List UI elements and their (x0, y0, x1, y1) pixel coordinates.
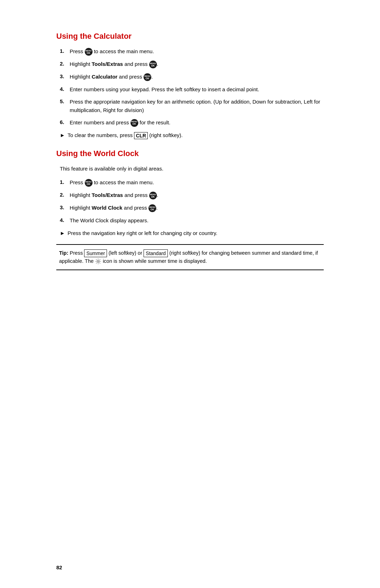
step-number-3: 3. (60, 73, 70, 81)
wc-bullet-1: ► Press the navigation key right or left… (60, 229, 324, 237)
calculator-section-title: Using the Calculator (56, 32, 324, 41)
clr-key-box: CLR (134, 132, 148, 139)
tip-text-before: Press (70, 250, 84, 256)
menu-ok-btn-calc-3: MENUOK (144, 73, 151, 81)
step-number-4: 4. (60, 85, 70, 93)
svg-line-6 (100, 263, 100, 264)
wc-step-number-2: 2. (60, 191, 70, 199)
tip-box: Tip: Press Summer (left softkey) or Stan… (56, 244, 324, 270)
step-number-1: 1. (60, 47, 70, 55)
worldclock-intro: This feature is available only in digita… (56, 165, 324, 173)
worldclock-steps-list: 1. Press MENUOK to access the main menu.… (56, 178, 324, 224)
tools-extras-bold-2: Tools/Extras (92, 192, 123, 198)
wc-step-number-1: 1. (60, 178, 70, 186)
tools-extras-bold-1: Tools/Extras (92, 61, 123, 67)
step-content-1: Press MENUOK to access the main menu. (70, 47, 324, 56)
summer-softkey-box: Summer (84, 249, 107, 257)
calculator-bold: Calculator (92, 74, 118, 80)
wc-bullets-list: ► Press the navigation key right or left… (60, 229, 324, 237)
wc-step-number-4: 4. (60, 216, 70, 224)
wc-step-3: 3. Highlight World Clock and press MENUO… (56, 204, 324, 212)
tip-text-softkey1: (left softkey) or (108, 250, 144, 256)
step-number-5: 5. (60, 98, 70, 106)
wc-step-2: 2. Highlight Tools/Extras and press MENU… (56, 191, 324, 199)
bullet-arrow-icon-1: ► (60, 131, 68, 139)
calc-step-2: 2. Highlight Tools/Extras and press MENU… (56, 60, 324, 68)
calc-bullets-list: ► To clear the numbers, press CLR (right… (60, 131, 324, 139)
bullet-arrow-icon-2: ► (60, 229, 68, 237)
wc-bullet-content-1: Press the navigation key right or left f… (68, 229, 324, 237)
wc-step-content-2: Highlight Tools/Extras and press MENUOK. (70, 191, 324, 199)
calc-step-1: 1. Press MENUOK to access the main menu. (56, 47, 324, 56)
wc-step-content-4: The World Clock display appears. (70, 216, 324, 224)
calc-step-3: 3. Highlight Calculator and press MENUOK… (56, 73, 324, 81)
menu-ok-btn-calc-2: MENUOK (149, 61, 157, 68)
page-number: 82 (56, 564, 62, 570)
wc-step-content-1: Press MENUOK to access the main menu. (70, 178, 324, 187)
calc-step-6: 6. Enter numbers and press MENUOK for th… (56, 118, 324, 127)
step-number-2: 2. (60, 60, 70, 68)
wc-step-number-3: 3. (60, 204, 70, 212)
menu-ok-btn-wc-3: MENUOK (148, 204, 156, 212)
step-content-4: Enter numbers using your keypad. Press t… (70, 85, 324, 93)
svg-point-9 (98, 261, 99, 262)
calc-step-4: 4. Enter numbers using your keypad. Pres… (56, 85, 324, 93)
calc-bullet-1: ► To clear the numbers, press CLR (right… (60, 131, 324, 139)
svg-line-5 (96, 259, 97, 260)
step-number-6: 6. (60, 118, 70, 126)
calc-bullet-content-1: To clear the numbers, press CLR (right s… (68, 131, 324, 139)
wc-step-content-3: Highlight World Clock and press MENUOK. (70, 204, 324, 212)
sun-icon (95, 258, 101, 265)
svg-line-7 (100, 259, 100, 260)
tip-label: Tip: (59, 250, 68, 256)
menu-ok-btn-calc-1: MENUOK (85, 48, 93, 56)
wc-step-1: 1. Press MENUOK to access the main menu. (56, 178, 324, 187)
worldclock-bold: World Clock (92, 205, 122, 211)
menu-ok-btn-wc-1: MENUOK (85, 179, 93, 187)
menu-ok-btn-calc-6: MENUOK (131, 119, 138, 127)
calculator-steps-list: 1. Press MENUOK to access the main menu.… (56, 47, 324, 127)
calc-step-5: 5. Press the appropriate navigation key … (56, 98, 324, 114)
standard-softkey-box: Standard (144, 249, 168, 257)
tip-text-after: icon is shown while summer time is displ… (103, 258, 207, 264)
step-content-5: Press the appropriate navigation key for… (70, 98, 324, 114)
step-content-3: Highlight Calculator and press MENUOK. (70, 73, 324, 81)
menu-ok-btn-wc-2: MENUOK (149, 192, 157, 199)
worldclock-section: Using the World Clock This feature is av… (56, 149, 324, 237)
svg-line-8 (96, 263, 97, 264)
step-content-2: Highlight Tools/Extras and press MENUOK. (70, 60, 324, 68)
page-container: Using the Calculator 1. Press MENUOK to … (0, 0, 380, 298)
step-content-6: Enter numbers and press MENUOK for the r… (70, 118, 324, 127)
worldclock-section-title: Using the World Clock (56, 149, 324, 158)
wc-step-4: 4. The World Clock display appears. (56, 216, 324, 224)
